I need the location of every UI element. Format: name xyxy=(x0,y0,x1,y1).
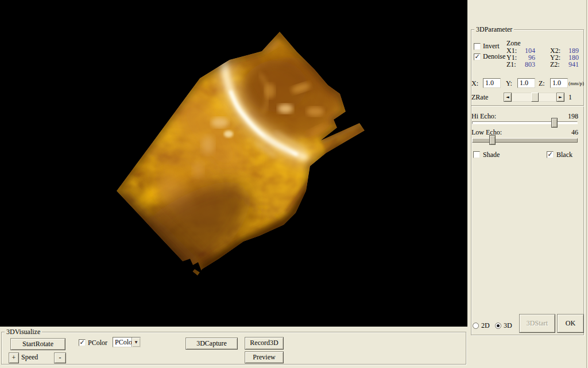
low-echo-thumb[interactable] xyxy=(489,135,496,145)
preview-button[interactable]: Preview xyxy=(245,351,284,363)
low-echo-label: Low Echo: xyxy=(471,129,502,136)
y-scale-label: Y: xyxy=(506,80,512,87)
zrate-label: ZRate xyxy=(471,94,488,101)
mode-2d-radio[interactable] xyxy=(473,323,479,329)
zone-z2-value: 941 xyxy=(563,61,579,68)
start-rotate-button[interactable]: StartRotate xyxy=(10,338,65,350)
speed-minus-button[interactable]: - xyxy=(54,352,66,363)
hi-echo-label: Hi Echo: xyxy=(471,113,496,120)
zone-z1-value: 803 xyxy=(519,61,535,68)
invert-label: Invert xyxy=(483,43,500,50)
zrate-thumb[interactable] xyxy=(531,93,539,102)
window-right-border xyxy=(586,0,587,368)
shade-label: Shade xyxy=(483,151,500,159)
zrate-value: 1 xyxy=(568,94,572,101)
mode-3d-radio[interactable] xyxy=(495,323,501,329)
zrate-scrollbar[interactable]: ◄ ► xyxy=(504,93,564,102)
denoise-checkbox[interactable]: ✓ xyxy=(474,53,481,60)
separator xyxy=(471,105,584,106)
visualize-group-title: 3DVisualize xyxy=(5,328,42,336)
pcolor-checkbox[interactable]: ✓ xyxy=(79,339,86,346)
ultrasound-render xyxy=(0,0,467,327)
shade-checkbox[interactable] xyxy=(473,151,480,158)
parameter-group: 3DParameter Invert ✓ Denoise Zone X1: 10… xyxy=(471,29,584,335)
record-3d-button[interactable]: Record3D xyxy=(245,337,284,350)
visualize-group: 3DVisualize StartRotate ✓ PColor PColor … xyxy=(1,332,466,365)
capture-3d-button[interactable]: 3DCapture xyxy=(185,338,238,350)
low-echo-value: 46 xyxy=(561,129,578,136)
scale-unit-label: (mm/p) xyxy=(568,80,584,87)
zrate-left-arrow-icon[interactable]: ◄ xyxy=(504,93,512,102)
parameter-panel: 3DParameter Invert ✓ Denoise Zone X1: 10… xyxy=(467,0,588,368)
parameter-group-title: 3DParameter xyxy=(474,26,514,33)
z-scale-label: Z: xyxy=(539,80,545,87)
black-label: Black xyxy=(556,151,572,159)
visualize-panel: 3DVisualize StartRotate ✓ PColor PColor … xyxy=(0,327,467,368)
mode-2d-label: 2D xyxy=(481,322,490,329)
denoise-label: Denoise xyxy=(483,53,505,60)
black-checkbox[interactable]: ✓ xyxy=(547,151,554,158)
low-echo-track[interactable] xyxy=(472,138,578,143)
hi-echo-value: 198 xyxy=(561,113,578,120)
y-scale-input[interactable]: 1.0 xyxy=(517,78,535,88)
zrate-right-arrow-icon[interactable]: ► xyxy=(556,93,564,102)
ok-button[interactable]: OK xyxy=(557,314,584,333)
x-scale-label: X: xyxy=(471,80,478,87)
start-3d-button[interactable]: 3DStart xyxy=(519,314,555,333)
ultrasound-viewport[interactable] xyxy=(0,0,467,327)
x-scale-input[interactable]: 1.0 xyxy=(483,78,501,88)
zone-z1-label: Z1: xyxy=(506,61,516,68)
speed-plus-button[interactable]: + xyxy=(9,352,19,363)
zone-block: Zone X1: 104 X2: 189 Y1: 96 Y2: 180 Z1: … xyxy=(506,40,581,71)
zone-z2-label: Z2: xyxy=(550,61,560,68)
speed-label: Speed xyxy=(21,354,38,361)
chevron-down-icon[interactable]: ▼ xyxy=(131,338,140,347)
hi-echo-thumb[interactable] xyxy=(551,118,558,128)
pcolor-label: PColor xyxy=(88,339,107,347)
hi-echo-track[interactable] xyxy=(472,121,578,124)
pcolor-dropdown[interactable]: PColor ▼ xyxy=(113,337,141,347)
invert-checkbox[interactable] xyxy=(474,43,481,50)
z-scale-input[interactable]: 1.0 xyxy=(550,78,568,88)
mode-3d-label: 3D xyxy=(504,322,512,329)
